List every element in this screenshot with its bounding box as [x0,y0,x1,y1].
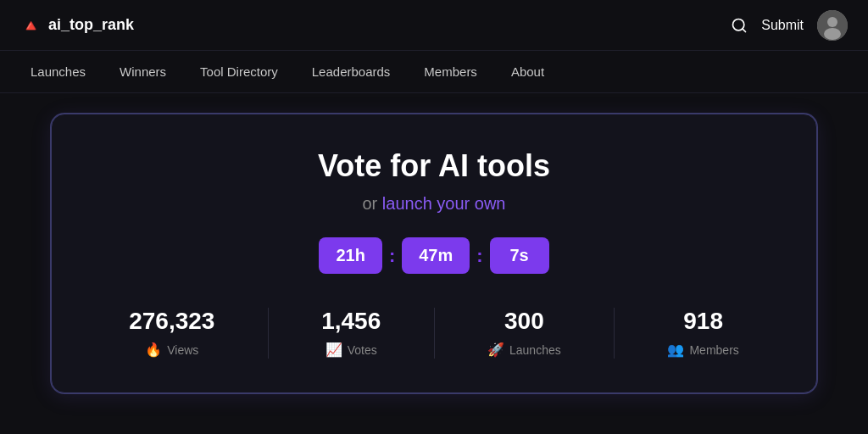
header: 🔺 ai_top_rank Submit [0,0,868,51]
timer-minutes: 47m [402,237,470,274]
stats-row: 276,323 🔥 Views 1,456 📈 Votes 300 🚀 [103,308,765,359]
stat-launches: 300 🚀 Launches [487,308,561,358]
stat-members-label: Members [689,343,738,357]
timer-seconds: 7s [490,237,549,274]
svg-point-3 [827,17,837,27]
avatar-svg [817,10,848,41]
stat-members-value: 918 [683,308,723,335]
nav-item-members[interactable]: Members [407,53,494,91]
timer-sep-1: : [389,245,395,267]
logo[interactable]: 🔺 ai_top_rank [20,15,134,36]
hero-title: Vote for AI tools [103,148,765,184]
submit-button[interactable]: Submit [761,18,804,33]
trending-icon: 📈 [326,342,342,358]
rocket-icon: 🚀 [487,342,504,358]
avatar[interactable] [817,10,848,41]
svg-line-1 [743,28,746,31]
stat-views-label-row: 🔥 Views [145,342,198,358]
stat-members: 918 👥 Members [667,308,738,358]
stat-divider-1 [268,308,269,359]
stat-views-label: Views [167,343,198,357]
stat-votes-label: Votes [348,343,377,357]
search-button[interactable] [731,17,748,34]
stat-votes-value: 1,456 [321,308,381,335]
nav-item-about[interactable]: About [494,53,561,91]
stat-votes: 1,456 📈 Votes [321,308,381,358]
hero-subtitle-prefix: or [363,194,382,213]
timer-hours: 21h [319,237,381,274]
navigation: Launches Winners Tool Directory Leaderbo… [0,51,868,93]
nav-item-winners[interactable]: Winners [103,53,183,91]
logo-text: ai_top_rank [48,16,134,34]
hero-subtitle: or launch your own [103,194,765,214]
fire-icon: 🔥 [145,342,162,358]
main-content: Vote for AI tools or launch your own 21h… [0,93,868,414]
nav-item-tool-directory[interactable]: Tool Directory [183,53,295,91]
header-right: Submit [731,10,848,41]
stat-views-value: 276,323 [129,308,214,335]
nav-item-leaderboards[interactable]: Leaderboards [295,53,408,91]
stat-divider-3 [614,308,615,359]
nav-item-launches[interactable]: Launches [14,53,103,91]
avatar-image [817,10,848,41]
stat-launches-label: Launches [509,343,561,357]
stat-divider-2 [434,308,435,359]
stat-launches-value: 300 [504,308,544,335]
timer-sep-2: : [476,245,482,267]
stat-votes-label-row: 📈 Votes [326,342,377,358]
members-icon: 👥 [667,342,684,358]
stat-launches-label-row: 🚀 Launches [487,342,561,358]
hero-card: Vote for AI tools or launch your own 21h… [51,114,817,393]
svg-point-4 [824,28,841,40]
countdown-timer: 21h : 47m : 7s [103,237,765,274]
stat-views: 276,323 🔥 Views [129,308,214,358]
launch-link[interactable]: launch your own [382,194,506,213]
search-icon [731,17,748,34]
stat-members-label-row: 👥 Members [667,342,738,358]
logo-icon: 🔺 [20,15,42,36]
